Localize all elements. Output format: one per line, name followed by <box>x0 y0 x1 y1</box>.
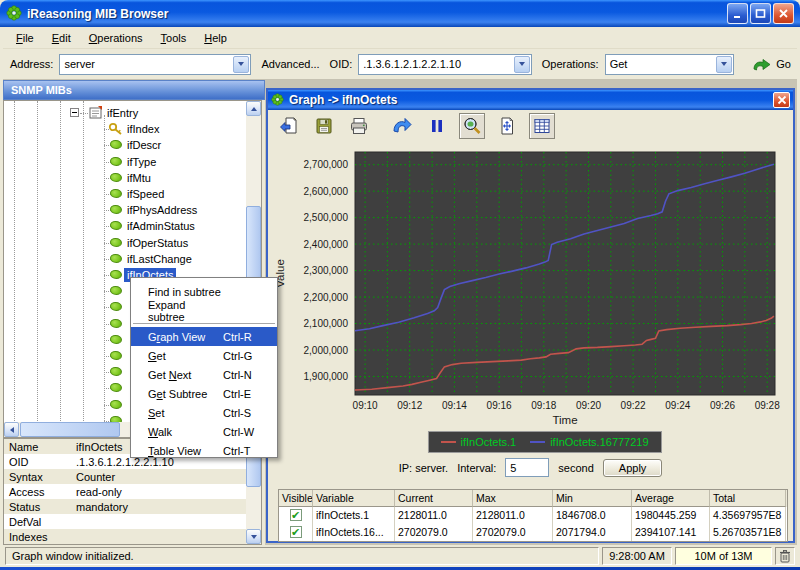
tree-hscroll-thumb[interactable] <box>20 422 120 437</box>
attribute-value: Counter <box>76 471 246 483</box>
stats-cell: 2071794.0 <box>553 524 632 541</box>
tree-node-label: ifDescr <box>124 138 164 152</box>
menu-operations[interactable]: Operations <box>80 30 152 46</box>
leaf-icon <box>110 286 122 295</box>
zoom-icon[interactable] <box>459 113 485 139</box>
chevron-down-icon[interactable] <box>716 56 732 73</box>
context-menu-item-expand-subtree[interactable]: Expand subtree <box>131 301 277 320</box>
apply-button[interactable]: Apply <box>603 459 663 477</box>
tree-node-ifentry[interactable]: ifEntry <box>4 105 247 121</box>
stats-cell: ifInOctets.16... <box>313 524 395 541</box>
minimize-icon[interactable] <box>727 3 748 24</box>
tree-node-ifmtu[interactable]: ifMtu <box>4 170 247 186</box>
tree-node-ifspeed[interactable]: ifSpeed <box>4 186 247 202</box>
attribute-value: read-only <box>76 486 246 498</box>
tree-node-iflastchange[interactable]: ifLastChange <box>4 251 247 267</box>
stats-cell: 2128011.0 <box>395 507 473 524</box>
menu-edit[interactable]: Edit <box>43 30 80 46</box>
status-bar: Graph window initialized. 9:28:00 AM 10M… <box>3 545 797 567</box>
menu-file[interactable]: File <box>7 30 43 46</box>
tree-node-label: ifMtu <box>124 171 154 185</box>
interval-input[interactable] <box>505 458 549 477</box>
save-icon[interactable] <box>311 113 337 139</box>
stats-header-min[interactable]: Min <box>553 490 632 507</box>
stats-header-visible[interactable]: Visible <box>279 490 313 507</box>
leaf-icon <box>110 367 122 376</box>
main-titlebar: iReasoning MIB Browser <box>0 0 800 27</box>
print-icon[interactable] <box>346 113 372 139</box>
advanced-button[interactable]: Advanced... <box>261 58 319 70</box>
attribute-name: Name <box>4 441 76 453</box>
leaf-icon <box>110 173 122 182</box>
tree-node-ifoperstatus[interactable]: ifOperStatus <box>4 235 247 251</box>
tree-node-ifindex[interactable]: ifIndex <box>4 121 247 137</box>
go-label: Go <box>776 58 791 70</box>
collapse-icon[interactable] <box>70 108 79 117</box>
shortcut-label: Ctrl-E <box>223 388 267 400</box>
grid-icon[interactable] <box>529 113 555 139</box>
stats-cell: 1980445.259 <box>632 507 710 524</box>
graph-window-title: Graph -> ifInOctets <box>289 93 773 107</box>
stats-row: ✔ifInOctets.16...2702079.02702079.020717… <box>279 524 787 541</box>
context-menu-item-table-view[interactable]: Table ViewCtrl-T <box>131 441 277 460</box>
stats-header-current[interactable]: Current <box>395 490 473 507</box>
oid-combo[interactable]: .1.3.6.1.2.1.2.2.1.10 <box>358 54 532 75</box>
close-icon[interactable] <box>773 3 794 24</box>
context-menu-item-get[interactable]: GetCtrl-G <box>131 346 277 365</box>
svg-text:1,900,000: 1,900,000 <box>304 371 349 382</box>
tree-node-ifdescr[interactable]: ifDescr <box>4 137 247 153</box>
svg-text:2,400,000: 2,400,000 <box>304 239 349 250</box>
address-combo[interactable]: server <box>59 54 251 75</box>
tree-node-label: ifType <box>124 155 159 169</box>
status-time: 9:28:00 AM <box>602 547 672 565</box>
menu-help[interactable]: Help <box>195 30 236 46</box>
context-menu-item-set[interactable]: SetCtrl-S <box>131 403 277 422</box>
menu-tools[interactable]: Tools <box>152 30 196 46</box>
scroll-down-icon[interactable] <box>246 529 261 544</box>
leaf-icon <box>110 205 122 214</box>
svg-text:09:18: 09:18 <box>531 400 556 411</box>
oid-label: OID: <box>330 58 353 70</box>
visible-cell: ✔ <box>279 524 313 541</box>
fit-page-icon[interactable] <box>494 113 520 139</box>
context-menu-item-get-next[interactable]: Get NextCtrl-N <box>131 365 277 384</box>
context-menu-item-graph-view[interactable]: Graph ViewCtrl-R <box>131 327 277 346</box>
stats-header-max[interactable]: Max <box>473 490 553 507</box>
visible-checkbox[interactable]: ✔ <box>290 526 302 538</box>
shortcut-label: Ctrl-S <box>223 407 267 419</box>
tree-node-ifadminstatus[interactable]: ifAdminStatus <box>4 218 247 234</box>
leaf-icon <box>110 400 122 409</box>
chevron-down-icon[interactable] <box>514 56 530 73</box>
chevron-down-icon[interactable] <box>233 56 249 73</box>
attribute-name: Status <box>4 501 76 513</box>
leaf-icon <box>110 270 122 279</box>
context-menu-item-walk[interactable]: WalkCtrl-W <box>131 422 277 441</box>
export-icon[interactable] <box>276 113 302 139</box>
stats-header-variable[interactable]: Variable <box>313 490 395 507</box>
leaf-icon <box>110 335 122 344</box>
scroll-left-icon[interactable] <box>4 422 19 437</box>
stats-header-average[interactable]: Average <box>632 490 710 507</box>
tree-node-iftype[interactable]: ifType <box>4 154 247 170</box>
tree-node-label: ifPhysAddress <box>124 203 200 217</box>
stats-header-total[interactable]: Total <box>710 490 786 507</box>
context-menu-item-get-subtree[interactable]: Get SubtreeCtrl-E <box>131 384 277 403</box>
tree-node-label: ifLastChange <box>124 252 195 266</box>
graph-logo-icon <box>271 93 284 108</box>
scroll-up-icon[interactable] <box>246 101 261 116</box>
leaf-icon <box>110 238 122 247</box>
visible-checkbox[interactable]: ✔ <box>290 509 302 521</box>
tree-node-label: ifIndex <box>124 122 162 136</box>
operations-combo[interactable]: Get <box>605 54 735 75</box>
interval-unit: second <box>558 462 593 474</box>
redo-icon[interactable] <box>389 113 415 139</box>
tree-node-ifphysaddress[interactable]: ifPhysAddress <box>4 202 247 218</box>
leaf-icon <box>110 254 122 263</box>
go-button[interactable]: Go <box>746 55 797 73</box>
pause-icon[interactable] <box>424 113 450 139</box>
trash-icon[interactable] <box>775 547 795 565</box>
stats-header-row: VisibleVariableCurrentMaxMinAverageTotal <box>279 490 787 507</box>
close-icon[interactable] <box>773 92 790 108</box>
maximize-icon[interactable] <box>750 3 771 24</box>
interval-label: Interval: <box>457 462 496 474</box>
